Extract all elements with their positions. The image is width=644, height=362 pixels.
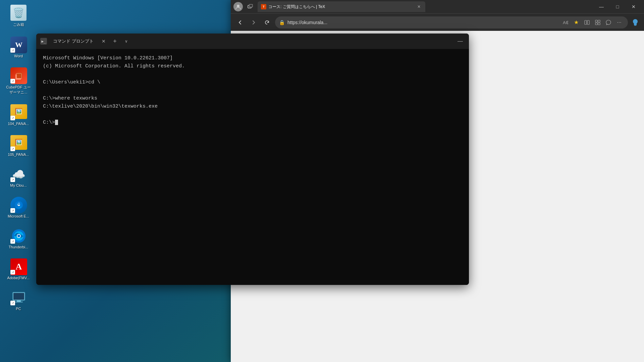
recycle-bin-label: ごみ箱: [13, 22, 24, 27]
terminal-tab-label[interactable]: コマンド プロンプト: [50, 37, 97, 46]
terminal-window: ▶_ コマンド プロンプト ✕ + ∨ — Microsoft Windows …: [36, 34, 469, 285]
feedback-icon[interactable]: [604, 18, 613, 27]
desktop-icon-my-cloud[interactable]: ☁️ ↗ My Clou...: [3, 165, 34, 189]
desktop-icon-edge[interactable]: ↗ Microsoft E...: [3, 195, 34, 220]
tab-title: コース: ご質問はこちらへ | TeX: [268, 4, 414, 10]
svg-rect-20: [598, 23, 600, 25]
recycle-bin-icon: 🗑️: [10, 5, 26, 21]
shortcut-arrow: ↗: [10, 79, 15, 83]
word-icon: W ↗: [10, 37, 26, 53]
desktop-icon-recycle-bin[interactable]: 🗑️ ごみ箱: [3, 3, 34, 28]
svg-rect-9: [17, 300, 21, 302]
desktop-icon-pc[interactable]: ↗ PC: [3, 288, 34, 312]
forward-button[interactable]: [248, 17, 259, 28]
browser-profile-icon[interactable]: [233, 2, 243, 11]
cubepdf-label: CubePDF ユーザーマニ...: [5, 85, 32, 95]
close-button[interactable]: ✕: [626, 1, 641, 12]
my-cloud-icon: ☁️ ↗: [10, 166, 26, 182]
svg-rect-8: [13, 293, 24, 300]
svg-point-11: [237, 5, 239, 7]
thunderbird-icon: ↗: [10, 228, 26, 244]
terminal-line-5: [43, 86, 462, 95]
adobe-icon: A ↗: [10, 258, 26, 275]
window-controls: — □ ✕: [594, 1, 641, 12]
svg-rect-19: [595, 23, 597, 25]
terminal-titlebar: ▶_ コマンド プロンプト ✕ + ∨ —: [36, 34, 469, 49]
copilot-icon[interactable]: [631, 18, 640, 27]
terminal-line-1: Microsoft Windows [Version 10.0.22621.30…: [43, 54, 462, 62]
cubepdf-icon: ↗: [10, 67, 26, 83]
folder-105-icon: 🖼️ ↗: [10, 135, 26, 151]
terminal-line-6: C:\>where texworks: [43, 95, 462, 103]
lock-icon: 🔒: [279, 20, 285, 25]
terminal-output[interactable]: Microsoft Windows [Version 10.0.22621.30…: [36, 49, 469, 285]
terminal-line-3: [43, 70, 462, 78]
folder-105-label: 105_PANA...: [8, 153, 29, 157]
terminal-minimize-button[interactable]: —: [455, 37, 465, 46]
terminal-line-4: C:\Users\ueki1>cd \: [43, 78, 462, 86]
terminal-dropdown-button[interactable]: ∨: [122, 37, 130, 45]
my-cloud-label: My Clou...: [10, 183, 27, 187]
read-aloud-icon[interactable]: Aↂ: [561, 18, 570, 27]
terminal-tab-close-button[interactable]: ✕: [100, 37, 108, 45]
back-button[interactable]: [235, 17, 246, 28]
shortcut-arrow: ↗: [10, 177, 15, 182]
refresh-button[interactable]: [262, 17, 272, 28]
terminal-line-8: [43, 111, 462, 119]
split-screen-icon[interactable]: [582, 18, 592, 27]
address-bar[interactable]: 🔒 https://okumurala... Aↂ ★: [275, 16, 628, 28]
shortcut-arrow: ↗: [10, 208, 15, 213]
shortcut-arrow: ↗: [10, 146, 15, 151]
svg-rect-17: [595, 20, 597, 22]
shortcut-arrow: ↗: [10, 48, 15, 53]
svg-rect-16: [587, 20, 589, 24]
pc-label: PC: [16, 307, 21, 311]
desktop-icon-105-pana[interactable]: 🖼️ ↗ 105_PANA...: [3, 134, 34, 158]
shortcut-arrow: ↗: [10, 239, 15, 244]
favorite-icon[interactable]: ★: [572, 18, 581, 27]
tab-favicon: T: [261, 4, 266, 9]
desktop-icon-104-pana[interactable]: 🖼️ ↗ 104_PANA...: [3, 103, 34, 127]
shortcut-arrow: ↗: [10, 270, 15, 275]
word-label: Word: [14, 54, 23, 58]
desktop: 🗑️ ごみ箱 W ↗ Word: [0, 0, 644, 362]
desktop-icon-adobe[interactable]: A ↗ Adobe(FMV...: [3, 257, 34, 281]
tab-collection-icon[interactable]: [246, 2, 255, 11]
shortcut-arrow: ↗: [10, 301, 15, 305]
terminal-icon: ▶_: [40, 38, 47, 45]
browser-titlebar: T コース: ご質問はこちらへ | TeX ✕ — □ ✕: [231, 0, 644, 13]
collections-icon[interactable]: [593, 18, 602, 27]
svg-point-6: [17, 235, 20, 237]
svg-rect-10: [15, 302, 23, 302]
more-button[interactable]: ···: [614, 18, 624, 27]
edge-icon: ↗: [10, 197, 26, 213]
desktop-icon-word[interactable]: W ↗ Word: [3, 35, 34, 59]
folder-104-label: 104_PANA...: [8, 122, 29, 126]
svg-rect-18: [598, 20, 600, 22]
toolbar-extra-buttons: [631, 18, 640, 27]
folder-104-icon: 🖼️ ↗: [10, 104, 26, 120]
desktop-icon-area: 🗑️ ごみ箱 W ↗ Word: [0, 0, 37, 362]
browser-tab-active[interactable]: T コース: ご質問はこちらへ | TeX ✕: [258, 1, 425, 12]
thunderbird-label: Thunderbi...: [9, 245, 29, 249]
address-actions: Aↂ ★ ···: [561, 18, 624, 27]
pc-icon: ↗: [10, 289, 26, 305]
terminal-prompt: C:\>: [43, 119, 462, 127]
browser-toolbar: 🔒 https://okumurala... Aↂ ★: [231, 13, 644, 31]
edge-label: Microsoft E...: [8, 214, 29, 218]
terminal-line-7: C:\texlive\2020\bin\win32\texworks.exe: [43, 103, 462, 111]
maximize-button[interactable]: □: [610, 1, 625, 12]
terminal-cursor: [55, 120, 58, 125]
svg-rect-13: [249, 4, 253, 7]
terminal-line-2: (c) Microsoft Corporation. All rights re…: [43, 62, 462, 70]
desktop-icon-thunderbird[interactable]: ↗ Thunderbi...: [3, 226, 34, 250]
tab-close-button[interactable]: ✕: [416, 4, 422, 10]
adobe-label: Adobe(FMV...: [7, 276, 30, 280]
url-text: https://okumurala...: [287, 20, 558, 25]
svg-text:Aↂ: Aↂ: [563, 20, 568, 25]
minimize-button[interactable]: —: [594, 1, 609, 12]
desktop-icon-cubepdf[interactable]: ↗ CubePDF ユーザーマニ...: [3, 66, 34, 96]
shortcut-arrow: ↗: [10, 116, 15, 120]
svg-rect-15: [585, 20, 587, 24]
new-tab-button[interactable]: +: [110, 37, 120, 46]
